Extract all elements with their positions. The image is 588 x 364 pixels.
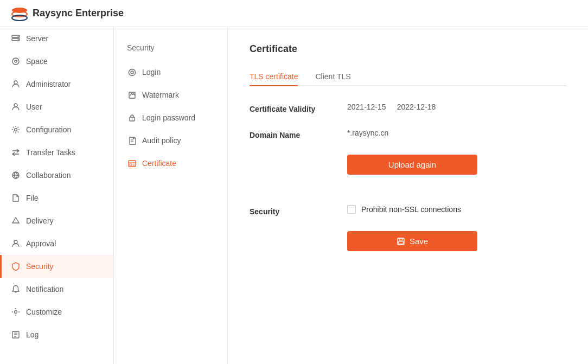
svg-point-10 bbox=[14, 104, 17, 107]
user-icon bbox=[11, 102, 21, 112]
security-icon bbox=[11, 261, 21, 271]
sidebar-item-administrator[interactable]: Administrator bbox=[0, 73, 113, 95]
sidebar-label-collaboration: Collaboration bbox=[26, 171, 71, 180]
certificate-validity-start: 2021-12-15 bbox=[347, 103, 386, 111]
server-icon bbox=[11, 34, 21, 43]
app-title: Raysync Enterprise bbox=[33, 8, 124, 19]
sidebar-label-log: Log bbox=[26, 330, 39, 339]
svg-rect-28 bbox=[130, 164, 132, 165]
security-row: Security Prohibit non-SSL connections bbox=[250, 205, 566, 216]
customize-icon bbox=[11, 307, 21, 317]
save-icon bbox=[397, 237, 405, 246]
upload-again-button[interactable]: Upload again bbox=[347, 155, 477, 175]
sub-sidebar-label-watermark: Watermark bbox=[142, 91, 179, 99]
domain-name-label: Domain Name bbox=[250, 129, 347, 139]
tabs-container: TLS certificate Client TLS bbox=[250, 68, 566, 86]
svg-point-13 bbox=[14, 240, 17, 244]
sidebar-item-server[interactable]: Server bbox=[0, 27, 113, 50]
tab-tls-certificate[interactable]: TLS certificate bbox=[250, 68, 298, 85]
svg-point-20 bbox=[131, 71, 133, 74]
main-content: Certificate TLS certificate Client TLS C… bbox=[228, 27, 588, 364]
sidebar-item-transfer-tasks[interactable]: Transfer Tasks bbox=[0, 141, 113, 164]
domain-name-row: Domain Name *.raysync.cn bbox=[250, 129, 566, 139]
space-icon bbox=[11, 56, 21, 66]
security-field-label: Security bbox=[250, 205, 347, 216]
svg-point-11 bbox=[15, 129, 17, 131]
page-title: Certificate bbox=[250, 43, 566, 55]
sidebar-item-log[interactable]: Log bbox=[0, 323, 113, 346]
file-icon bbox=[11, 193, 21, 203]
svg-point-8 bbox=[15, 60, 17, 62]
svg-point-14 bbox=[15, 311, 17, 314]
sub-sidebar-label-audit-policy: Audit policy bbox=[142, 136, 181, 145]
sidebar-item-file[interactable]: File bbox=[0, 187, 113, 209]
sidebar-label-transfer-tasks: Transfer Tasks bbox=[26, 148, 75, 157]
certificate-validity-row: Certificate Validity 2021-12-15 2022-12-… bbox=[250, 103, 566, 113]
log-icon bbox=[11, 330, 21, 340]
svg-point-5 bbox=[18, 36, 19, 37]
certificate-validity-end: 2022-12-18 bbox=[397, 103, 436, 111]
tab-client-tls[interactable]: Client TLS bbox=[315, 68, 350, 85]
sidebar-item-user[interactable]: User bbox=[0, 95, 113, 118]
certificate-validity-label: Certificate Validity bbox=[250, 103, 347, 113]
certificate-icon bbox=[127, 158, 137, 168]
logo: Raysync Enterprise bbox=[11, 5, 124, 22]
sidebar-item-customize[interactable]: Customize bbox=[0, 301, 113, 323]
sidebar-label-delivery: Delivery bbox=[26, 216, 54, 225]
svg-point-6 bbox=[18, 39, 19, 40]
sidebar-label-server: Server bbox=[26, 34, 48, 43]
svg-rect-33 bbox=[398, 241, 403, 244]
sidebar-item-notification[interactable]: Notification bbox=[0, 278, 113, 301]
svg-point-19 bbox=[129, 69, 135, 75]
sidebar-item-collaboration[interactable]: Collaboration bbox=[0, 164, 113, 187]
sub-sidebar: Security Login Watermark Login password bbox=[114, 27, 228, 364]
login-icon bbox=[127, 67, 137, 77]
administrator-icon bbox=[11, 79, 21, 89]
prohibit-ssl-row: Prohibit non-SSL connections bbox=[347, 205, 461, 214]
primary-sidebar: Server Space Administrator User bbox=[0, 27, 114, 364]
sub-sidebar-item-login-password[interactable]: Login password bbox=[114, 106, 227, 129]
save-label: Save bbox=[410, 237, 428, 246]
sidebar-label-user: User bbox=[26, 103, 42, 111]
domain-name-value: *.raysync.cn bbox=[347, 129, 388, 137]
main-layout: Server Space Administrator User bbox=[0, 27, 588, 364]
svg-point-2 bbox=[12, 15, 27, 21]
sidebar-label-file: File bbox=[26, 194, 39, 202]
approval-icon bbox=[11, 239, 21, 248]
logo-icon bbox=[11, 5, 28, 22]
sidebar-item-security[interactable]: Security bbox=[0, 255, 113, 278]
sub-sidebar-label-login-password: Login password bbox=[142, 113, 195, 122]
audit-policy-icon bbox=[127, 136, 137, 145]
sidebar-item-delivery[interactable]: Delivery bbox=[0, 209, 113, 232]
login-password-icon bbox=[127, 113, 137, 123]
prohibit-ssl-label: Prohibit non-SSL connections bbox=[361, 205, 461, 214]
sidebar-label-approval: Approval bbox=[26, 239, 56, 248]
notification-icon bbox=[11, 284, 21, 294]
save-button-row: Save bbox=[250, 231, 566, 251]
sub-sidebar-item-audit-policy[interactable]: Audit policy bbox=[114, 129, 227, 152]
svg-point-9 bbox=[14, 81, 17, 84]
sub-sidebar-label-login: Login bbox=[142, 68, 161, 76]
save-button[interactable]: Save bbox=[347, 231, 477, 251]
sub-sidebar-item-certificate[interactable]: Certificate bbox=[114, 152, 227, 175]
sidebar-label-notification: Notification bbox=[26, 285, 63, 293]
collaboration-icon bbox=[11, 170, 21, 180]
sidebar-label-customize: Customize bbox=[26, 308, 62, 316]
sidebar-label-administrator: Administrator bbox=[26, 80, 71, 88]
sidebar-item-configuration[interactable]: Configuration bbox=[0, 118, 113, 141]
sub-sidebar-title: Security bbox=[114, 38, 227, 61]
sidebar-label-space: Space bbox=[26, 57, 48, 66]
sub-sidebar-item-watermark[interactable]: Watermark bbox=[114, 84, 227, 106]
sidebar-item-space[interactable]: Space bbox=[0, 50, 113, 73]
sidebar-item-approval[interactable]: Approval bbox=[0, 232, 113, 255]
sidebar-label-security: Security bbox=[26, 262, 54, 271]
upload-button-row: Upload again bbox=[250, 155, 566, 190]
svg-point-23 bbox=[131, 118, 132, 119]
watermark-icon bbox=[127, 90, 137, 100]
prohibit-ssl-checkbox[interactable] bbox=[347, 205, 356, 214]
sidebar-label-configuration: Configuration bbox=[26, 125, 71, 134]
certificate-validity-dates: 2021-12-15 2022-12-18 bbox=[347, 103, 436, 111]
sub-sidebar-item-login[interactable]: Login bbox=[114, 61, 227, 84]
configuration-icon bbox=[11, 125, 21, 135]
app-header: Raysync Enterprise bbox=[0, 0, 588, 27]
